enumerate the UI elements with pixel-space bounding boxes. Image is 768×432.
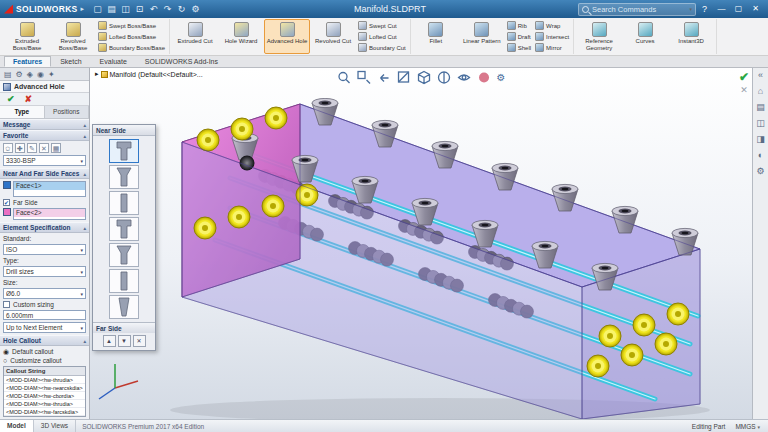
hole-element-counterbore[interactable] — [109, 217, 139, 241]
favorite-section-header[interactable]: Favorite ▴ — [0, 130, 89, 141]
manifold-3d-model[interactable] — [90, 68, 752, 419]
type-tab[interactable]: Type — [0, 106, 45, 118]
save-icon[interactable]: ◫ — [119, 3, 132, 16]
type-dropdown[interactable]: Drill sizes ▾ — [3, 266, 86, 277]
displaymanager-tab-icon[interactable]: ✦ — [48, 70, 55, 79]
insert-element-below-button[interactable]: ▼ — [118, 335, 131, 347]
flyout-arrow-icon[interactable]: ▸ — [95, 70, 99, 78]
hole-element-counterbore[interactable] — [109, 139, 139, 163]
units-selector[interactable]: MMGS ▾ — [735, 423, 760, 430]
swept-boss-base-button[interactable]: Swept Boss/Base — [98, 21, 165, 30]
linear-pattern-button[interactable]: Linear Pattern — [459, 19, 505, 54]
rebuild-icon[interactable]: ↻ — [175, 3, 188, 16]
propertymanager-tab-icon[interactable]: ⚙ — [16, 70, 23, 79]
zoom-to-area-icon[interactable] — [357, 70, 372, 85]
edit-appearance-icon[interactable] — [477, 70, 492, 85]
display-style-icon[interactable] — [437, 70, 452, 85]
reference-geometry-button[interactable]: Reference Geometry — [576, 19, 622, 54]
callout-row[interactable]: <MOD-DIAM><hw-cbordia> — [4, 392, 85, 400]
favorite-dropdown[interactable]: 3330-BSP ▾ — [3, 155, 86, 166]
confirm-cancel-icon[interactable]: ✕ — [740, 85, 748, 95]
print-icon[interactable]: ⊡ — [133, 3, 146, 16]
far-side-checkbox[interactable]: ✔ Far Side — [3, 199, 86, 206]
options-icon[interactable]: ⚙ — [189, 3, 202, 16]
resources-home-icon[interactable]: ⌂ — [758, 86, 763, 96]
tab-sketch[interactable]: Sketch — [51, 56, 90, 67]
help-button[interactable]: ? — [702, 4, 707, 14]
section-view-icon[interactable] — [397, 70, 412, 85]
near-face-item[interactable]: Face<1> — [14, 182, 85, 190]
zoom-fit-icon[interactable] — [337, 70, 352, 85]
shell-button[interactable]: Shell — [507, 43, 531, 52]
instant3d-button[interactable]: Instant3D — [668, 19, 714, 54]
maximize-button[interactable]: ▢ — [730, 2, 747, 16]
appearances-icon[interactable]: ◐ — [758, 150, 763, 160]
message-section-header[interactable]: Message ▴ — [0, 119, 89, 130]
faces-section-header[interactable]: Near And Far Side Faces ▴ — [0, 168, 89, 179]
far-face-listbox[interactable]: Face<2> — [13, 208, 86, 220]
draft-button[interactable]: Draft — [507, 32, 531, 41]
hole-callout-header[interactable]: Hole Callout ▴ — [0, 335, 89, 346]
hole-wizard-button[interactable]: Hole Wizard — [218, 19, 264, 54]
extruded-boss-base-button[interactable]: Extruded Boss/Base — [4, 19, 50, 54]
intersect-button[interactable]: Intersect — [535, 32, 569, 41]
hole-element-straight[interactable] — [109, 269, 139, 293]
revolved-boss-base-button[interactable]: Revolved Boss/Base — [50, 19, 96, 54]
design-library-icon[interactable]: ▤ — [756, 102, 765, 112]
undo-icon[interactable]: ↶ — [147, 3, 160, 16]
confirm-ok-icon[interactable]: ✔ — [739, 70, 749, 84]
swept-cut-button[interactable]: Swept Cut — [358, 21, 406, 30]
customize-callout-radio[interactable]: ○ Customize callout — [3, 357, 86, 364]
far-face-item[interactable]: Face<2> — [14, 209, 85, 217]
revolved-cut-button[interactable]: Revolved Cut — [310, 19, 356, 54]
feature-tree-flyout[interactable]: ▸ Manifold (Default<<Default>... — [95, 70, 203, 78]
3d-views-tab[interactable]: 3D Views — [34, 420, 76, 432]
search-input[interactable]: Search Commands ▾ — [578, 3, 696, 16]
redo-icon[interactable]: ↷ — [161, 3, 174, 16]
search-dropdown-icon[interactable]: ▾ — [689, 6, 692, 12]
minimize-button[interactable]: — — [713, 2, 730, 16]
favorite-apply-icon[interactable]: ✩ — [3, 143, 13, 153]
tab-solidworks-add-ins[interactable]: SOLIDWORKS Add-Ins — [136, 56, 227, 67]
callout-row[interactable]: <MOD-DIAM><hw-thrudia> — [4, 376, 85, 384]
hole-element-tapered[interactable] — [109, 295, 139, 319]
hide-show-items-icon[interactable] — [457, 70, 472, 85]
boundary-boss-base-button[interactable]: Boundary Boss/Base — [98, 43, 165, 52]
callout-row[interactable]: <MOD-DIAM><hw-farcskdia> — [4, 408, 85, 416]
lofted-cut-button[interactable]: Lofted Cut — [358, 32, 406, 41]
menu-expand-arrow-icon[interactable]: ▸ — [81, 5, 85, 13]
custom-properties-icon[interactable]: ⚙ — [756, 166, 764, 176]
callout-row[interactable]: <MOD-DIAM><hw-nearcskdia> — [4, 384, 85, 392]
hole-element-countersink[interactable] — [109, 165, 139, 189]
hole-element-straight[interactable] — [109, 191, 139, 215]
boundary-cut-button[interactable]: Boundary Cut — [358, 43, 406, 52]
positions-tab[interactable]: Positions — [45, 106, 90, 118]
favorite-add-icon[interactable]: ✚ — [15, 143, 25, 153]
view-palette-icon[interactable]: ◨ — [756, 134, 765, 144]
featuremanager-tab-icon[interactable]: ▤ — [4, 70, 12, 79]
open-icon[interactable]: ▤ — [105, 3, 118, 16]
element-specification-header[interactable]: Element Specification ▴ — [0, 222, 89, 233]
hole-element-countersink[interactable] — [109, 243, 139, 267]
favorite-delete-icon[interactable]: ✕ — [39, 143, 49, 153]
delete-element-button[interactable]: ✕ — [133, 335, 146, 347]
wrap-button[interactable]: Wrap — [535, 21, 569, 30]
insert-element-above-button[interactable]: ▲ — [103, 335, 116, 347]
default-callout-radio[interactable]: ◉ Default callout — [3, 348, 86, 355]
dimxpertmanager-tab-icon[interactable]: ◉ — [37, 70, 44, 79]
fillet-button[interactable]: Fillet — [413, 19, 459, 54]
advanced-hole-button[interactable]: Advanced Hole — [264, 19, 310, 54]
size-dropdown[interactable]: Ø6.0 ▾ — [3, 288, 86, 299]
close-button[interactable]: ✕ — [747, 2, 764, 16]
previous-view-icon[interactable] — [377, 70, 392, 85]
near-face-listbox[interactable]: Face<1> — [13, 181, 86, 197]
ball-plug[interactable] — [240, 156, 255, 171]
callout-row[interactable]: <MOD-DIAM><hw-thrudia> — [4, 400, 85, 408]
tree-root-label[interactable]: Manifold (Default<<Default>... — [110, 71, 203, 78]
extruded-cut-button[interactable]: Extruded Cut — [172, 19, 218, 54]
file-explorer-icon[interactable]: ◫ — [756, 118, 765, 128]
configurationmanager-tab-icon[interactable]: ◈ — [27, 70, 33, 79]
tab-evaluate[interactable]: Evaluate — [91, 56, 136, 67]
view-orientation-icon[interactable] — [417, 70, 432, 85]
cancel-button[interactable]: ✘ — [25, 94, 33, 104]
